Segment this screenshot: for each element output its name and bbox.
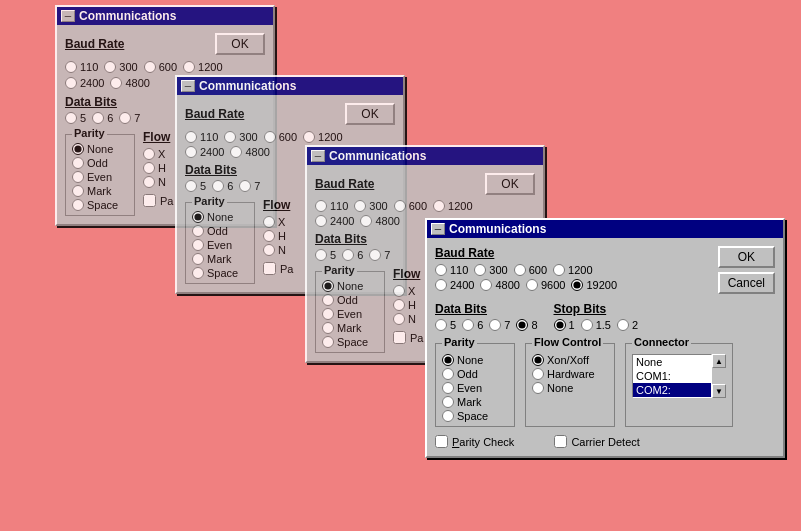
d2-ok-button[interactable]: OK (345, 103, 395, 125)
main-databits-label: Data Bits (435, 302, 487, 316)
carrier-detect-checkbox[interactable]: Carrier Detect (554, 435, 639, 448)
dialog-3-control-box[interactable]: ─ (311, 150, 325, 162)
dialog-1-control-box[interactable]: ─ (61, 10, 75, 22)
dialog-1-titlebar: ─ Communications (57, 7, 273, 25)
d2-databits-label: Data Bits (185, 163, 237, 177)
parity-check-label: Parity Check (452, 436, 514, 448)
parity-none-option[interactable]: None (442, 354, 508, 366)
dialog-2-title: Communications (199, 79, 296, 93)
baud-19200-option[interactable]: 19200 (571, 279, 617, 291)
dialog-main-control-box[interactable]: ─ (431, 223, 445, 235)
d2-baud-label: Baud Rate (185, 107, 244, 121)
connector-com2[interactable]: COM2: (633, 383, 711, 397)
baud-300-option[interactable]: 300 (474, 264, 507, 276)
carrier-detect-label: Carrier Detect (571, 436, 639, 448)
main-baud-label: Baud Rate (435, 246, 494, 260)
sb-2-option[interactable]: 2 (617, 319, 638, 331)
db-8-option[interactable]: 8 (516, 319, 537, 331)
main-parity-label: Parity (442, 336, 477, 348)
parity-mark-option[interactable]: Mark (442, 396, 508, 408)
carrier-detect-input[interactable] (554, 435, 567, 448)
d1-flow-label: Flow (143, 130, 170, 144)
d1-baud-label: Baud Rate (65, 37, 124, 51)
main-cancel-button[interactable]: Cancel (718, 272, 775, 294)
db-6-option[interactable]: 6 (462, 319, 483, 331)
baud-600-option[interactable]: 600 (514, 264, 547, 276)
d3-flow-label: Flow (393, 267, 420, 281)
d1-databits-label: Data Bits (65, 95, 117, 109)
d2-flow-label: Flow (263, 198, 290, 212)
sb-1-option[interactable]: 1 (554, 319, 575, 331)
baud-9600-option[interactable]: 9600 (526, 279, 565, 291)
parity-check-checkbox[interactable]: Parity Check (435, 435, 514, 448)
parity-even-option[interactable]: Even (442, 382, 508, 394)
flow-none-option[interactable]: None (532, 382, 608, 394)
dialog-3-title: Communications (329, 149, 426, 163)
flow-xon-option[interactable]: Xon/Xoff (532, 354, 608, 366)
main-stopbits-label: Stop Bits (554, 302, 607, 316)
baud-1200-option[interactable]: 1200 (553, 264, 592, 276)
baud-4800-option[interactable]: 4800 (480, 279, 519, 291)
dialog-2-control-box[interactable]: ─ (181, 80, 195, 92)
parity-space-option[interactable]: Space (442, 410, 508, 422)
parity-odd-option[interactable]: Odd (442, 368, 508, 380)
dialog-3-titlebar: ─ Communications (307, 147, 543, 165)
dialog-2-titlebar: ─ Communications (177, 77, 403, 95)
d3-databits-label: Data Bits (315, 232, 367, 246)
main-connector-label: Connector (632, 336, 691, 348)
scrollbar-up-button[interactable]: ▲ (712, 354, 726, 368)
d3-ok-button[interactable]: OK (485, 173, 535, 195)
db-7-option[interactable]: 7 (489, 319, 510, 331)
connector-scrollbar[interactable]: ▲ ▼ (712, 354, 726, 398)
dialog-main-title: Communications (449, 222, 546, 236)
baud-110-option[interactable]: 110 (435, 264, 468, 276)
main-ok-button[interactable]: OK (718, 246, 775, 268)
d1-parity-label: Parity (72, 127, 107, 139)
d1-ok-button[interactable]: OK (215, 33, 265, 55)
connector-com1[interactable]: COM1: (633, 369, 711, 383)
flow-hw-option[interactable]: Hardware (532, 368, 608, 380)
connector-none[interactable]: None (633, 355, 711, 369)
dialog-main-titlebar: ─ Communications (427, 220, 783, 238)
dialog-main: ─ Communications Baud Rate 110 300 600 1… (425, 218, 785, 458)
dialog-1-title: Communications (79, 9, 176, 23)
sb-15-option[interactable]: 1.5 (581, 319, 611, 331)
scrollbar-down-button[interactable]: ▼ (712, 384, 726, 398)
connector-listbox[interactable]: None COM1: COM2: (632, 354, 712, 398)
d3-baud-label: Baud Rate (315, 177, 374, 191)
baud-2400-option[interactable]: 2400 (435, 279, 474, 291)
main-flowctrl-label: Flow Control (532, 336, 603, 348)
db-5-option[interactable]: 5 (435, 319, 456, 331)
parity-check-input[interactable] (435, 435, 448, 448)
